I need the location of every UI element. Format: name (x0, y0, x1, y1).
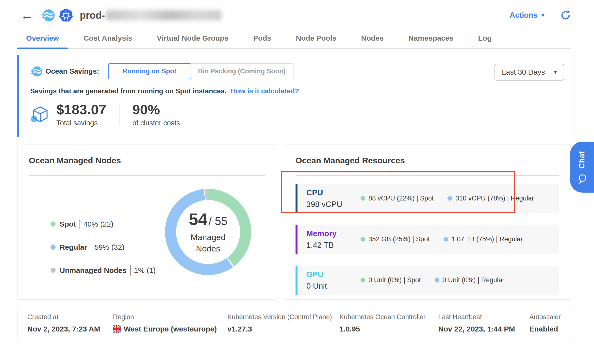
total-savings-label: Total savings (56, 119, 106, 127)
cluster-cost-percent-value: 90% (132, 102, 180, 117)
back-arrow-icon[interactable]: ← (21, 9, 33, 22)
ocean-managed-nodes-panel: Ocean Managed Nodes Spot 40% (22) Regula… (17, 145, 277, 300)
ocean-savings-label: Ocean Savings: (46, 67, 99, 75)
actions-label: Actions (510, 11, 538, 20)
chevron-down-icon: ▾ (542, 12, 544, 18)
cpu-total: 398 vCPU (306, 200, 361, 209)
legend-value: 59% (32) (95, 243, 125, 251)
memory-regular-stat: 1.07 TB (75%) | Regular (444, 235, 523, 243)
gpu-regular-stat: 0 Unit (0%) | Regular (435, 276, 505, 284)
tab-namespaces[interactable]: Namespaces (399, 30, 462, 48)
info-value: Enabled (529, 325, 561, 333)
gpu-spot-stat: 0 Unit (0%) | Spot (361, 276, 421, 284)
running-on-spot-toggle[interactable]: Running on Spot (108, 63, 191, 79)
tab-bar: Overview Cost Analysis Virtual Node Grou… (17, 30, 571, 49)
info-label: Last Heartbeat (438, 313, 529, 321)
bin-packing-toggle[interactable]: Bin Packing (Coming Soon) (190, 63, 294, 79)
info-label: Region (113, 313, 227, 321)
how-calculated-link[interactable]: How is it calculated? (231, 87, 299, 95)
tab-node-pools[interactable]: Node Pools (287, 30, 345, 48)
resource-row-gpu: GPU 0 Unit 0 Unit (0%) | Spot 0 Unit (0%… (296, 266, 559, 295)
legend-item-spot: Spot 40% (22) (50, 219, 156, 229)
ocean-logo-icon (41, 8, 55, 22)
info-value: Nov 22, 2023, 1:44 PM (438, 325, 529, 333)
actions-button[interactable]: Actions ▾ (510, 11, 544, 20)
legend-item-unmanaged: Unmanaged Nodes 1% (1) (50, 265, 156, 276)
cpu-regular-stat: 310 vCPU (78%) | Regular (447, 195, 534, 202)
memory-name: Memory (306, 229, 361, 238)
cpu-name: CPU (306, 188, 361, 197)
tab-virtual-node-groups[interactable]: Virtual Node Groups (148, 30, 237, 48)
info-ocean-controller: Kubernetes Ocean Controller 1.0.95 (339, 313, 438, 342)
resource-row-memory: Memory 1.42 TB 352 GB (25%) | Spot 1.07 … (296, 225, 559, 254)
tab-pods[interactable]: Pods (244, 30, 280, 48)
ocean-managed-resources-panel: Ocean Managed Resources CPU 398 vCPU 88 … (284, 145, 571, 300)
donut-managed-count: 54 (189, 210, 208, 229)
regular-dot-icon (50, 245, 56, 250)
refresh-icon[interactable] (560, 10, 571, 21)
savings-cube-icon (30, 105, 50, 125)
panel-divider (296, 175, 559, 176)
cpu-spot-stat: 88 vCPU (22%) | Spot (361, 195, 434, 202)
spot-dot-icon (361, 278, 365, 282)
resource-row-cpu: CPU 398 vCPU 88 vCPU (22%) | Spot 310 vC… (296, 184, 559, 213)
chevron-down-icon: ▾ (554, 69, 557, 76)
memory-total: 1.42 TB (306, 241, 361, 250)
spot-dot-icon (361, 196, 365, 201)
tab-log[interactable]: Log (469, 30, 500, 48)
legend-label: Regular (60, 243, 87, 251)
info-created-at: Created at Nov 2, 2023, 7:23 AM (27, 313, 113, 342)
chat-button[interactable]: Chat (570, 142, 594, 193)
legend-separator (80, 219, 80, 229)
regular-dot-icon (444, 237, 448, 242)
tab-cost-analysis[interactable]: Cost Analysis (75, 30, 141, 48)
cluster-cost-percent-label: of cluster costs (132, 119, 180, 127)
spot-dot-icon (50, 221, 56, 227)
legend-separator (91, 242, 91, 252)
info-label: Autoscaler (529, 313, 561, 321)
donut-center-label: Managed Nodes (186, 232, 230, 254)
info-autoscaler: Autoscaler Enabled (529, 313, 561, 342)
panel-divider (29, 175, 265, 176)
legend-value: 40% (22) (83, 220, 114, 228)
ocean-savings-card: Ocean Savings: Running on Spot Bin Packi… (17, 55, 574, 137)
legend-item-regular: Regular 59% (32) (50, 242, 156, 252)
savings-toggle-group: Running on Spot Bin Packing (Coming Soon… (108, 63, 294, 79)
memory-spot-stat: 352 GB (25%) | Spot (361, 235, 430, 243)
spot-dot-icon (361, 237, 365, 242)
gpu-total: 0 Unit (306, 281, 361, 291)
unmanaged-dot-icon (50, 268, 56, 273)
managed-resources-title: Ocean Managed Resources (296, 156, 559, 165)
info-value: v1.27.3 (227, 325, 339, 333)
chat-bubble-icon (577, 174, 587, 185)
header: ← prod- Actions ▾ (0, 0, 594, 26)
info-label: Kubernetes Version (Control Plane) (227, 313, 339, 321)
cluster-title-redacted (106, 10, 222, 20)
period-dropdown[interactable]: Last 30 Days ▾ (495, 64, 564, 81)
gpu-name: GPU (306, 270, 361, 279)
info-label: Created at (27, 313, 113, 321)
uk-flag-icon (113, 325, 121, 333)
cluster-title: prod- (80, 10, 105, 21)
info-label: Kubernetes Ocean Controller (339, 313, 438, 321)
tab-overview[interactable]: Overview (17, 30, 68, 48)
info-value: West Europe (westeurope) (124, 325, 217, 333)
legend-separator (130, 265, 131, 276)
total-savings-value: $183.07 (56, 102, 106, 117)
info-kubernetes-version: Kubernetes Version (Control Plane) v1.27… (227, 313, 339, 342)
nodes-legend: Spot 40% (22) Regular 59% (32) Unmanaged… (50, 219, 156, 276)
info-value: 1.0.95 (339, 325, 438, 333)
managed-nodes-donut-chart: 54 / 55 Managed Nodes (165, 189, 251, 275)
tab-nodes[interactable]: Nodes (352, 30, 393, 48)
managed-nodes-title: Ocean Managed Nodes (29, 156, 265, 165)
kubernetes-icon (59, 8, 73, 23)
donut-total-count: / 55 (209, 215, 228, 228)
info-value: Nov 2, 2023, 7:23 AM (27, 325, 113, 333)
regular-dot-icon (435, 278, 439, 282)
legend-label: Spot (60, 220, 76, 228)
info-region: Region West Europe (westeurope) (113, 313, 227, 342)
legend-label: Unmanaged Nodes (60, 266, 127, 275)
metric-divider (119, 103, 119, 126)
info-last-heartbeat: Last Heartbeat Nov 22, 2023, 1:44 PM (438, 313, 529, 342)
cluster-info-bar: Created at Nov 2, 2023, 7:23 AM Region W… (17, 306, 571, 342)
